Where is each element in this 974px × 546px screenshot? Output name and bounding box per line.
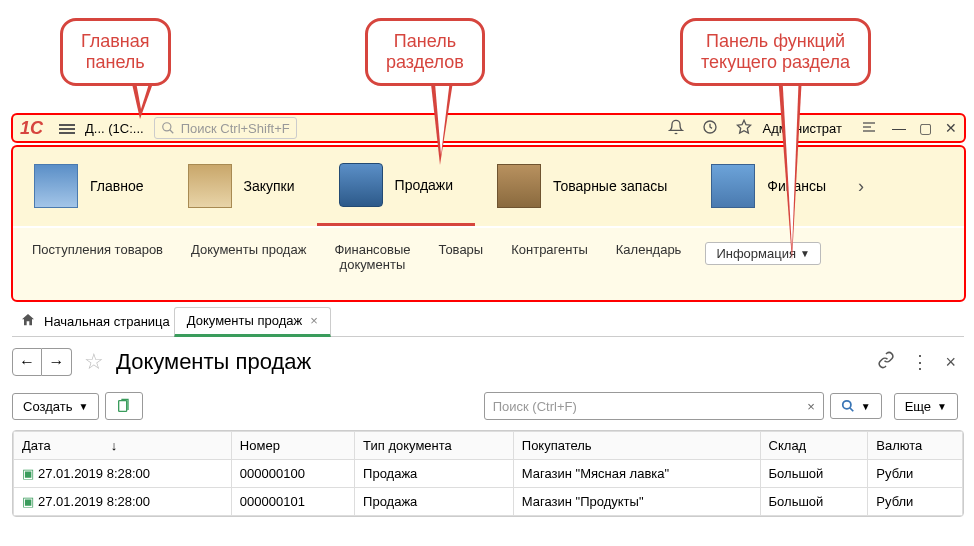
callout-tail: [778, 75, 802, 260]
func-goods-in[interactable]: Поступления товаров: [18, 242, 177, 257]
cash-register-icon: [339, 163, 383, 207]
close-tab-icon[interactable]: ×: [310, 313, 318, 328]
search-placeholder: Поиск Ctrl+Shift+F: [181, 121, 290, 136]
svg-rect-7: [119, 401, 127, 412]
link-icon[interactable]: [877, 351, 895, 374]
tab-label: Документы продаж: [187, 313, 302, 328]
global-search[interactable]: Поиск Ctrl+Shift+F: [154, 117, 297, 139]
clear-search-icon[interactable]: ×: [807, 399, 815, 414]
page-toolbar: Создать ▼ Поиск (Ctrl+F) × ▼ Еще ▼: [12, 388, 964, 424]
copy-icon: [116, 398, 132, 414]
svg-marker-3: [737, 120, 750, 133]
table-header-row: Дата↓ Номер Тип документа Покупатель Скл…: [14, 432, 963, 460]
cell-warehouse: Большой: [760, 460, 868, 488]
star-icon[interactable]: [736, 119, 752, 138]
search-placeholder: Поиск (Ctrl+F): [493, 399, 577, 414]
caret-down-icon: ▼: [937, 401, 947, 412]
section-main[interactable]: Главное: [12, 164, 166, 208]
close-button[interactable]: ✕: [938, 120, 964, 136]
user-label[interactable]: Администрат: [763, 121, 842, 136]
documents-table: Дата↓ Номер Тип документа Покупатель Скл…: [12, 430, 964, 517]
func-fin-docs[interactable]: Финансовые документы: [320, 242, 424, 272]
caret-down-icon: ▼: [861, 401, 871, 412]
create-button[interactable]: Создать ▼: [12, 393, 99, 420]
page-header: ← → ☆ Документы продаж ⋮ ×: [12, 342, 964, 382]
section-purchases[interactable]: Закупки: [166, 164, 317, 208]
minimize-button[interactable]: —: [886, 120, 912, 136]
cell-type: Продажа: [355, 460, 514, 488]
document-icon: ▣: [22, 494, 34, 509]
sections-panel: Главное Закупки Продажи Товарные запасы …: [12, 146, 964, 226]
col-date[interactable]: Дата↓: [14, 432, 232, 460]
section-label: Товарные запасы: [553, 178, 667, 194]
col-number[interactable]: Номер: [231, 432, 354, 460]
finance-icon: [711, 164, 755, 208]
nav-forward-button[interactable]: →: [42, 348, 72, 376]
menu-icon[interactable]: [59, 122, 75, 134]
logo-1c: 1C: [12, 118, 51, 139]
svg-point-0: [162, 123, 170, 131]
app-title: Д... (1С:...: [85, 121, 144, 136]
nav-back-button[interactable]: ←: [12, 348, 42, 376]
callout-functions-panel: Панель функций текущего раздела: [680, 18, 871, 86]
search-icon: [161, 121, 175, 135]
sort-icon: ↓: [111, 438, 118, 453]
maximize-button[interactable]: ▢: [912, 120, 938, 136]
table-row[interactable]: ▣27.01.2019 8:28:00 000000101 Продажа Ма…: [14, 488, 963, 516]
col-type[interactable]: Тип документа: [355, 432, 514, 460]
bell-icon[interactable]: [668, 119, 684, 138]
cell-buyer: Магазин "Продукты": [513, 488, 760, 516]
cell-date: 27.01.2019 8:28:00: [38, 466, 150, 481]
search-icon: [841, 399, 855, 413]
section-label: Главное: [90, 178, 144, 194]
cell-number: 000000100: [231, 460, 354, 488]
tabs-bar: Начальная страница Документы продаж ×: [12, 307, 964, 337]
search-button[interactable]: ▼: [830, 393, 882, 419]
func-calendar[interactable]: Календарь: [602, 242, 696, 257]
section-finance[interactable]: Финансы: [689, 164, 848, 208]
section-main-icon: [34, 164, 78, 208]
settings-icon[interactable]: [861, 119, 877, 138]
home-icon[interactable]: [20, 312, 36, 331]
col-buyer[interactable]: Покупатель: [513, 432, 760, 460]
copy-button[interactable]: [105, 392, 143, 420]
col-currency[interactable]: Валюта: [868, 432, 963, 460]
box-icon: [497, 164, 541, 208]
table-row[interactable]: ▣27.01.2019 8:28:00 000000100 Продажа Ма…: [14, 460, 963, 488]
callout-sections-panel: Панель разделов: [365, 18, 485, 86]
cell-currency: Рубли: [868, 460, 963, 488]
chevron-right-icon[interactable]: ›: [858, 176, 864, 197]
func-info-button[interactable]: Информация ▼: [705, 242, 821, 265]
close-page-icon[interactable]: ×: [945, 352, 956, 373]
tab-home[interactable]: Начальная страница: [44, 314, 170, 329]
more-icon[interactable]: ⋮: [911, 351, 929, 373]
cell-currency: Рубли: [868, 488, 963, 516]
history-icon[interactable]: [702, 119, 718, 138]
func-goods[interactable]: Товары: [424, 242, 497, 257]
cell-type: Продажа: [355, 488, 514, 516]
col-warehouse[interactable]: Склад: [760, 432, 868, 460]
more-label: Еще: [905, 399, 931, 414]
cell-date: 27.01.2019 8:28:00: [38, 494, 150, 509]
section-stock[interactable]: Товарные запасы: [475, 164, 689, 208]
tab-sales-docs[interactable]: Документы продаж ×: [174, 307, 331, 337]
cell-number: 000000101: [231, 488, 354, 516]
svg-line-9: [849, 408, 853, 412]
section-label: Продажи: [395, 177, 453, 193]
document-icon: ▣: [22, 466, 34, 481]
svg-line-1: [169, 130, 173, 134]
more-button[interactable]: Еще ▼: [894, 393, 958, 420]
svg-point-8: [842, 401, 850, 409]
favorite-star-icon[interactable]: ☆: [84, 349, 104, 375]
func-counterparties[interactable]: Контрагенты: [497, 242, 602, 257]
list-search-input[interactable]: Поиск (Ctrl+F) ×: [484, 392, 824, 420]
cell-warehouse: Большой: [760, 488, 868, 516]
create-label: Создать: [23, 399, 72, 414]
callout-tail: [430, 75, 454, 165]
bag-icon: [188, 164, 232, 208]
caret-down-icon: ▼: [78, 401, 88, 412]
section-label: Закупки: [244, 178, 295, 194]
callout-main-panel: Главная панель: [60, 18, 171, 86]
functions-panel: Поступления товаров Документы продаж Фин…: [12, 228, 964, 300]
func-sales-docs[interactable]: Документы продаж: [177, 242, 320, 257]
